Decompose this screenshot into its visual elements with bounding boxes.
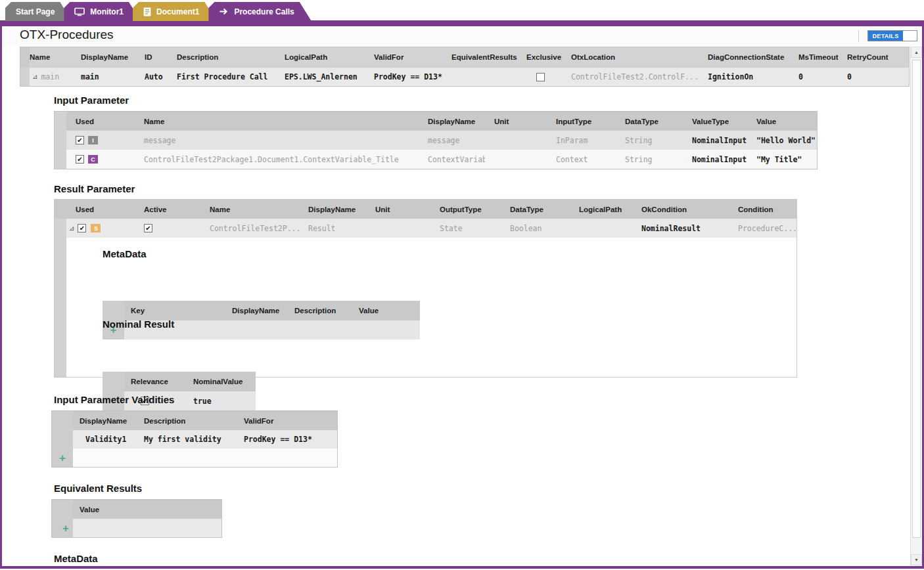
input-parameter-row[interactable]: ✔ C ControlFileTest2Package1.Document1.C… <box>55 150 817 169</box>
col-header-displayname: DisplayName <box>81 47 145 67</box>
validities-new-row[interactable]: + <box>52 449 337 467</box>
cell-displayname[interactable]: Validity1 <box>73 430 137 449</box>
col-header-datatype: DataType <box>616 112 683 131</box>
cell-validfor[interactable]: ProdKey == D13* <box>237 430 337 449</box>
used-checkbox[interactable]: ✔ <box>76 155 84 164</box>
col-header-unit: Unit <box>485 112 547 131</box>
col-header-active: Active <box>135 200 200 219</box>
document-icon <box>143 7 151 16</box>
cell-validfor[interactable]: ProdKey == D13* <box>374 68 451 86</box>
result-parameter-panel: Used Active Name DisplayName Unit Output… <box>54 199 797 378</box>
col-header-name: Name <box>135 112 419 131</box>
cell-inputtype: Context <box>547 150 616 169</box>
col-header-logicalpath: LogicalPath <box>570 200 632 219</box>
used-checkbox[interactable]: ✔ <box>76 136 84 144</box>
result-parameter-header: Used Active Name DisplayName Unit Output… <box>55 200 797 219</box>
cell-valuetype[interactable]: NominalInput <box>683 131 747 150</box>
col-header-id: ID <box>145 47 177 67</box>
row-header-cell <box>52 411 73 430</box>
cell-description[interactable]: My first validity <box>137 430 237 449</box>
cell-datatype: String <box>616 150 683 169</box>
procedure-row-main[interactable]: ⊿ main main Auto First Procedure Call EP… <box>20 67 909 86</box>
cell-name: main <box>41 72 59 81</box>
cell-value[interactable]: "My Title" <box>747 150 817 169</box>
col-header-validfor: ValidFor <box>374 47 451 67</box>
tab-strip-divider <box>0 20 924 26</box>
cell-description <box>288 320 352 340</box>
scrollbar-thumb[interactable] <box>912 60 921 538</box>
section-title-metadata: MetaData <box>103 248 147 259</box>
cell-valuetype[interactable]: NominalInput <box>683 150 747 169</box>
equivalent-results-new-row[interactable]: + <box>52 519 221 537</box>
cell-description <box>137 449 237 467</box>
cell-mstimeout[interactable]: 0 <box>798 68 847 86</box>
cell-datatype: Boolean <box>501 219 570 238</box>
validity-row[interactable]: Validity1 My first validity ProdKey == D… <box>52 430 337 449</box>
cell-logicalpath[interactable]: EPS.LWS_Anlernen <box>285 68 374 86</box>
col-header-valuetype: ValueType <box>683 112 747 131</box>
tab-monitor1[interactable]: Monitor1 <box>64 2 141 21</box>
expander-icon[interactable]: ⊿ <box>69 225 74 232</box>
col-header-used: Used <box>66 112 135 131</box>
context-badge: C <box>88 155 98 164</box>
add-row-button[interactable]: + <box>62 523 69 534</box>
row-header-cell <box>103 372 124 391</box>
col-header-description: Description <box>288 301 352 320</box>
cell-equivalentresults <box>451 68 526 86</box>
col-header-nominalvalue: NominalValue <box>187 372 256 391</box>
cell-logicalpath <box>570 219 632 238</box>
cell-id[interactable]: Auto <box>145 68 177 86</box>
expander-icon[interactable]: ⊿ <box>32 74 37 80</box>
col-header-name: Name <box>30 47 81 67</box>
vertical-scrollbar[interactable]: ▲ ▼ <box>910 47 921 565</box>
cell-condition: ProcedureC... <box>729 219 797 238</box>
procedures-table-header: Name DisplayName ID Description LogicalP… <box>20 47 909 67</box>
row-header-cell <box>20 68 30 86</box>
cell-retrycount[interactable]: 0 <box>847 68 909 86</box>
section-title-validities: Input Parameter Validities <box>54 394 174 405</box>
cell-displayname: Result <box>299 219 366 238</box>
col-header-equivalentresults: EquivalentResults <box>451 47 526 67</box>
input-parameter-row[interactable]: ✔ I message message InParam String Nomin… <box>55 131 817 150</box>
cell-datatype: String <box>616 131 683 150</box>
cell-displayname[interactable]: main <box>81 68 145 86</box>
equivalent-results-table: Value + <box>51 499 222 538</box>
result-parameter-row[interactable]: ⊿ ✔ S ✔ ControlFileTest2P... Result Stat… <box>55 219 797 238</box>
col-header-otxlocation: OtxLocation <box>571 47 708 67</box>
tab-start-page[interactable]: Start Page <box>5 2 72 21</box>
scroll-down-button[interactable]: ▼ <box>911 554 922 565</box>
inparam-badge: I <box>88 136 98 144</box>
tab-bar: Start Page Monitor1 Document1 Procedure … <box>5 0 304 21</box>
section-title-result-parameter: Result Parameter <box>54 183 135 194</box>
cell-unit <box>485 131 547 150</box>
add-row-button[interactable]: + <box>59 452 66 464</box>
row-header-cell <box>55 112 66 131</box>
metadata-header: Key DisplayName Description Value <box>103 301 420 320</box>
tab-procedure-calls[interactable]: Procedure Calls <box>208 2 311 21</box>
cell-diagconnectionstate[interactable]: IgnitionOn <box>708 68 798 86</box>
cell-value[interactable] <box>73 519 221 537</box>
col-header-outputtype: OutputType <box>430 200 501 219</box>
used-checkbox[interactable]: ✔ <box>78 224 86 232</box>
tab-document1[interactable]: Document1 <box>133 2 216 21</box>
cell-description[interactable]: First Procedure Call <box>177 68 285 86</box>
monitor-icon <box>74 7 85 16</box>
active-checkbox[interactable]: ✔ <box>144 224 152 232</box>
cell-displayname[interactable] <box>73 449 137 467</box>
cell-unit <box>366 219 430 238</box>
equivalent-results-header: Value <box>52 500 221 519</box>
nominal-result-header: Relevance NominalValue <box>103 372 256 391</box>
cell-value[interactable]: "Hello World" <box>747 131 817 150</box>
tab-label: Start Page <box>16 7 55 16</box>
validities-table: DisplayName Description ValidFor Validit… <box>51 410 338 468</box>
tab-label: Procedure Calls <box>234 7 294 16</box>
col-header-value: Value <box>352 301 420 320</box>
exclusive-checkbox[interactable] <box>536 73 545 81</box>
cell-okcondition[interactable]: NominalResult <box>632 219 729 238</box>
details-toggle[interactable]: DETAILS <box>867 30 917 41</box>
col-header-displayname: DisplayName <box>419 112 485 131</box>
cell-nominalvalue[interactable]: true <box>187 391 256 410</box>
scroll-up-button[interactable]: ▲ <box>911 47 922 58</box>
row-header-cell <box>55 200 66 219</box>
validities-header: DisplayName Description ValidFor <box>52 411 337 430</box>
